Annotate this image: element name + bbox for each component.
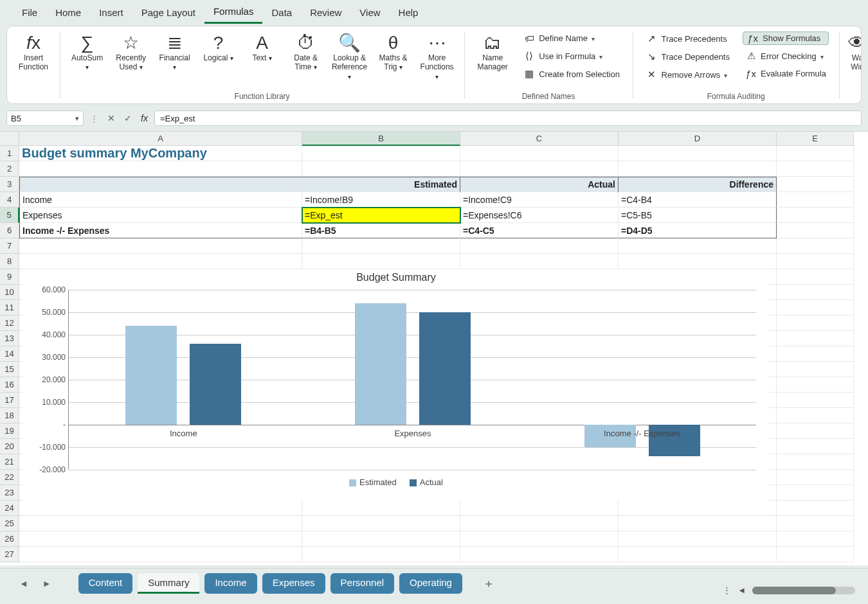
cell-E12[interactable] xyxy=(777,315,854,331)
cell-B3[interactable]: Estimated xyxy=(302,177,460,192)
cell-D4[interactable]: =C4-B4 xyxy=(619,192,777,208)
menu-tab-file[interactable]: File xyxy=(13,2,46,23)
cell-C25[interactable] xyxy=(460,516,619,531)
remove-arrows-button[interactable]: ✕Remove Arrows xyxy=(644,67,732,82)
cell-E26[interactable] xyxy=(777,531,854,547)
row-header-8[interactable]: 8 xyxy=(0,254,19,269)
cell-E16[interactable] xyxy=(777,377,854,393)
cell-B27[interactable] xyxy=(302,547,460,562)
logical-button[interactable]: ?Logical ▾ xyxy=(199,30,238,65)
recently-used-button[interactable]: ☆Recently Used ▾ xyxy=(112,30,150,75)
row-header-2[interactable]: 2 xyxy=(0,161,19,177)
col-header-D[interactable]: D xyxy=(619,132,777,146)
cell-D1[interactable] xyxy=(619,146,777,161)
menu-tab-home[interactable]: Home xyxy=(46,2,90,23)
cell-A24[interactable] xyxy=(19,501,302,516)
cell-E15[interactable] xyxy=(777,362,854,377)
cell-D2[interactable] xyxy=(619,161,777,177)
cell-D27[interactable] xyxy=(619,547,777,562)
menu-tab-view[interactable]: View xyxy=(350,2,389,23)
cell-E23[interactable] xyxy=(777,485,854,501)
create-from-selection-button[interactable]: ▦Create from Selection xyxy=(521,67,622,81)
cell-C8[interactable] xyxy=(460,254,619,269)
lookup-reference-button[interactable]: 🔍Lookup & Reference ▾ xyxy=(330,30,369,84)
row-header-23[interactable]: 23 xyxy=(0,485,19,501)
col-header-C[interactable]: C xyxy=(460,132,619,146)
col-header-E[interactable]: E xyxy=(777,132,854,146)
cell-A8[interactable] xyxy=(19,254,302,269)
cell-A5[interactable]: Expenses xyxy=(19,208,302,223)
cell-D24[interactable] xyxy=(619,501,777,516)
cell-E19[interactable] xyxy=(777,423,854,439)
trace-dependents-button[interactable]: ↘Trace Dependents xyxy=(644,49,732,64)
cell-A27[interactable] xyxy=(19,547,302,562)
cell-B25[interactable] xyxy=(302,516,460,531)
cell-E9[interactable] xyxy=(777,269,854,285)
show-formulas-button[interactable]: ƒxShow Formulas xyxy=(743,31,829,45)
cell-E27[interactable] xyxy=(777,547,854,562)
row-header-9[interactable]: 9 xyxy=(0,269,19,285)
cell-E7[interactable] xyxy=(777,238,854,254)
define-name-button[interactable]: 🏷Define Name xyxy=(521,31,622,45)
cell-D5[interactable]: =C5-B5 xyxy=(619,208,777,223)
cell-C24[interactable] xyxy=(460,501,619,516)
cell-C27[interactable] xyxy=(460,547,619,562)
row-header-13[interactable]: 13 xyxy=(0,331,19,346)
formula-input[interactable]: =Exp_est xyxy=(154,111,862,126)
cell-D26[interactable] xyxy=(619,531,777,547)
cell-E8[interactable] xyxy=(777,254,854,269)
cell-A26[interactable] xyxy=(19,531,302,547)
name-box[interactable]: B5 ▾ xyxy=(6,111,84,126)
row-header-12[interactable]: 12 xyxy=(0,315,19,331)
row-header-25[interactable]: 25 xyxy=(0,516,19,531)
cell-D6[interactable]: =D4-D5 xyxy=(619,223,777,238)
maths-trig-button[interactable]: θMaths & Trig ▾ xyxy=(374,30,413,75)
cell-B26[interactable] xyxy=(302,531,460,547)
cell-E25[interactable] xyxy=(777,516,854,531)
row-header-22[interactable]: 22 xyxy=(0,470,19,485)
sheet-nav-next[interactable]: ► xyxy=(36,578,58,589)
row-header-7[interactable]: 7 xyxy=(0,238,19,254)
cell-B8[interactable] xyxy=(302,254,460,269)
cell-B24[interactable] xyxy=(302,501,460,516)
row-header-27[interactable]: 27 xyxy=(0,547,19,562)
cell-E14[interactable] xyxy=(777,346,854,362)
cell-A1[interactable]: Budget summary MyCompany xyxy=(19,146,302,161)
cell-B4[interactable]: =Income!B9 xyxy=(302,192,460,208)
sheet-nav-prev[interactable]: ◄ xyxy=(13,578,35,589)
row-header-21[interactable]: 21 xyxy=(0,454,19,470)
cell-C2[interactable] xyxy=(460,161,619,177)
scroll-left-icon[interactable]: ◄ xyxy=(737,585,746,595)
cell-A6[interactable]: Income -/- Expenses xyxy=(19,223,302,238)
text-button[interactable]: AText ▾ xyxy=(243,30,282,65)
row-header-15[interactable]: 15 xyxy=(0,362,19,377)
cell-E18[interactable] xyxy=(777,408,854,423)
sheet-options-button[interactable]: ⋮ xyxy=(723,585,731,595)
menu-tab-review[interactable]: Review xyxy=(301,2,350,23)
row-header-5[interactable]: 5 xyxy=(0,208,19,223)
menu-tab-insert[interactable]: Insert xyxy=(90,2,132,23)
sheet-tab-expenses[interactable]: Expenses xyxy=(262,573,325,594)
row-header-10[interactable]: 10 xyxy=(0,285,19,300)
cell-E24[interactable] xyxy=(777,501,854,516)
cell-B2[interactable] xyxy=(302,161,460,177)
row-header-11[interactable]: 11 xyxy=(0,300,19,315)
use-in-formula-button[interactable]: ⟨⟩Use in Formula xyxy=(521,49,622,63)
sheet-tab-personnel[interactable]: Personnel xyxy=(330,573,395,594)
date-time-button[interactable]: ⏱Date & Time ▾ xyxy=(287,30,325,75)
budget-summary-chart[interactable]: Budget Summary-20.000-10.000-10.00020.00… xyxy=(23,269,769,501)
cell-C26[interactable] xyxy=(460,531,619,547)
cell-D3[interactable]: Difference xyxy=(619,177,777,192)
fx-icon[interactable]: fx xyxy=(138,113,150,123)
horizontal-scrollbar[interactable] xyxy=(752,587,855,594)
cell-D7[interactable] xyxy=(619,238,777,254)
select-all-corner[interactable] xyxy=(0,132,19,146)
menu-tab-formulas[interactable]: Formulas xyxy=(204,1,263,24)
autosum-button[interactable]: ∑AutoSum ▾ xyxy=(68,30,107,75)
cell-E6[interactable] xyxy=(777,223,854,238)
name-manager-button[interactable]: 🗂 Name Manager xyxy=(472,30,513,75)
cell-E13[interactable] xyxy=(777,331,854,346)
cell-E5[interactable] xyxy=(777,208,854,223)
row-header-24[interactable]: 24 xyxy=(0,501,19,516)
cell-C3[interactable]: Actual xyxy=(460,177,619,192)
